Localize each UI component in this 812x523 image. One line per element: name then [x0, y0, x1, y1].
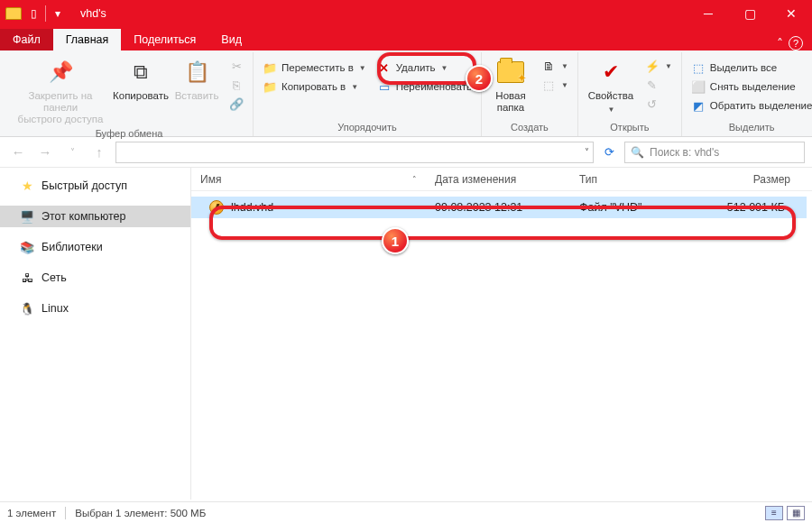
sidebar-item-quickaccess[interactable]: ★Быстрый доступ	[0, 175, 190, 197]
star-icon: ★	[20, 179, 34, 193]
address-bar: ← → ˅ ↑ ˅ ⟳ 🔍 Поиск в: vhd's	[0, 137, 812, 168]
new-folder-button[interactable]: ✦ Новая папка	[487, 56, 534, 114]
edit-icon: ✎	[645, 78, 660, 92]
newitem-icon: 🗎	[541, 59, 556, 73]
new-folder-icon: ✦	[496, 58, 525, 87]
title-bar: ▯ ▾ vhd's ─ ▢ ✕	[0, 0, 812, 27]
sidebar-item-linux[interactable]: 🐧Linux	[0, 298, 190, 319]
pin-quickaccess-button[interactable]: 📌 Закрепить на панели быстрого доступа	[11, 56, 110, 126]
sidebar-item-libraries[interactable]: 📚Библиотеки	[0, 236, 190, 258]
status-count: 1 элемент	[7, 508, 56, 518]
file-list: Имя˄ Дата изменения Тип Размер lhdd.vhd …	[191, 168, 812, 500]
move-to-button[interactable]: 📁Переместить в▼	[259, 60, 370, 76]
select-none-button[interactable]: ⬜Снять выделение	[687, 78, 812, 95]
close-button[interactable]: ✕	[770, 0, 812, 27]
properties-icon: ✔	[596, 58, 625, 87]
collapse-ribbon-icon[interactable]: ˄	[777, 36, 783, 50]
cut-button[interactable]: ✂	[226, 58, 247, 74]
paste-icon: 📋	[182, 58, 211, 87]
delete-button[interactable]: ✕Удалить▼	[374, 60, 475, 76]
linux-icon: 🐧	[20, 301, 34, 316]
copy-path-button[interactable]: ⎘	[226, 77, 247, 93]
selectnone-icon: ⬜	[691, 79, 706, 94]
sidebar-item-network[interactable]: 🖧Сеть	[0, 267, 190, 289]
separator	[65, 507, 66, 519]
history-icon: ↺	[645, 96, 660, 111]
file-type: Файл "VHD"	[570, 201, 687, 214]
copy-icon: ⧉	[126, 58, 155, 87]
tab-file[interactable]: Файл	[0, 29, 53, 50]
rename-button[interactable]: ▭Переименовать	[374, 78, 475, 95]
breadcrumb-dropdown-icon[interactable]: ˅	[585, 147, 589, 157]
open-button[interactable]: ⚡▼	[641, 58, 676, 74]
invert-selection-button[interactable]: ◩Обратить выделение	[687, 97, 812, 114]
file-name: lhdd.vhd	[231, 201, 273, 214]
select-all-button[interactable]: ⬚Выделить все	[687, 60, 812, 76]
nav-pane: ★Быстрый доступ 🖥️Этот компьютер 📚Библио…	[0, 168, 191, 500]
group-clipboard-label: Буфер обмена	[11, 126, 247, 142]
vhd-file-icon	[209, 200, 224, 215]
refresh-button[interactable]: ⟳	[599, 145, 619, 159]
search-input[interactable]: 🔍 Поиск в: vhd's	[624, 142, 805, 163]
forward-button[interactable]: →	[34, 142, 56, 163]
up-button[interactable]: ↑	[88, 142, 110, 163]
delete-icon: ✕	[377, 60, 392, 75]
file-date: 09.08.2023 12:31	[426, 201, 570, 214]
column-headers[interactable]: Имя˄ Дата изменения Тип Размер	[191, 168, 812, 191]
view-details-button[interactable]: ≡	[765, 506, 783, 520]
tab-share[interactable]: Поделиться	[121, 29, 208, 50]
ribbon: 📌 Закрепить на панели быстрого доступа ⧉…	[0, 50, 812, 137]
path-icon: ⎘	[229, 78, 244, 92]
moveto-icon: 📁	[263, 60, 277, 75]
window-title: vhd's	[73, 7, 106, 20]
copy-to-button[interactable]: 📁Копировать в▼	[259, 78, 370, 95]
paste-shortcut-button[interactable]: 🔗	[226, 96, 247, 112]
search-icon: 🔍	[631, 146, 644, 159]
col-name[interactable]: Имя˄	[191, 173, 426, 186]
col-size[interactable]: Размер	[687, 173, 812, 186]
cut-icon: ✂	[229, 59, 244, 73]
group-open-label: Открыть	[584, 120, 676, 136]
ribbon-tabs: Файл Главная Поделиться Вид ˄ ?	[0, 27, 812, 50]
history-button[interactable]: ↺	[641, 96, 676, 112]
rename-icon: ▭	[377, 79, 392, 94]
group-organize-label: Упорядочить	[259, 120, 475, 136]
selectall-icon: ⬚	[691, 60, 706, 75]
breadcrumb[interactable]: ˅	[115, 142, 594, 163]
easy-icon: ⬚	[541, 78, 556, 92]
pin-icon: 📌	[46, 58, 75, 87]
shortcut-icon: 🔗	[229, 96, 244, 111]
qat-dropdown[interactable]: ▾	[48, 4, 68, 23]
view-icons-button[interactable]: ▦	[787, 506, 805, 520]
network-icon: 🖧	[20, 271, 34, 285]
col-date[interactable]: Дата изменения	[426, 173, 570, 186]
libraries-icon: 📚	[20, 240, 34, 254]
easy-access-button[interactable]: ⬚▼	[538, 77, 572, 93]
invert-icon: ◩	[691, 98, 706, 113]
sidebar-item-thispc[interactable]: 🖥️Этот компьютер	[0, 206, 190, 227]
back-button[interactable]: ←	[7, 142, 29, 163]
group-new-label: Создать	[487, 120, 572, 136]
minimize-button[interactable]: ─	[687, 0, 729, 27]
edit-button[interactable]: ✎	[641, 77, 676, 93]
open-icon: ⚡	[645, 59, 660, 73]
status-bar: 1 элемент Выбран 1 элемент: 500 МБ ≡ ▦	[0, 501, 812, 523]
folder-icon	[5, 7, 22, 20]
col-type[interactable]: Тип	[570, 173, 687, 186]
paste-button[interactable]: 📋 Вставить	[171, 56, 222, 102]
tab-home[interactable]: Главная	[53, 29, 122, 50]
properties-button[interactable]: ✔ Свойства▼	[584, 56, 638, 114]
tab-view[interactable]: Вид	[208, 29, 254, 50]
new-item-button[interactable]: 🗎▼	[538, 58, 572, 74]
group-select-label: Выделить	[687, 120, 812, 136]
qat-item[interactable]: ▯	[23, 4, 43, 23]
recent-button[interactable]: ˅	[61, 142, 83, 163]
sort-asc-icon: ˄	[412, 175, 417, 184]
help-icon[interactable]: ?	[789, 36, 803, 50]
search-placeholder: Поиск в: vhd's	[650, 146, 719, 159]
table-row[interactable]: lhdd.vhd 09.08.2023 12:31 Файл "VHD" 512…	[191, 197, 807, 218]
pc-icon: 🖥️	[20, 209, 34, 224]
maximize-button[interactable]: ▢	[729, 0, 770, 27]
copy-button[interactable]: ⧉ Копировать	[114, 56, 168, 102]
separator	[45, 5, 46, 22]
